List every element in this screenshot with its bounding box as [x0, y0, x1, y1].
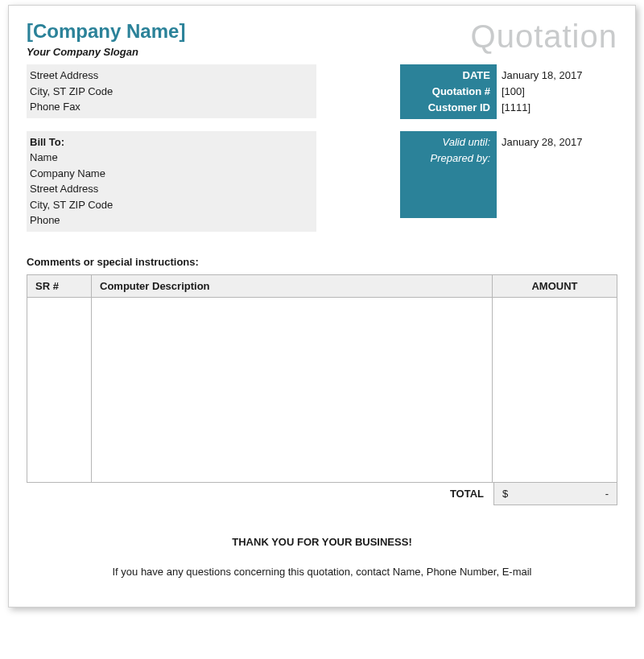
bill-to-line: Company Name — [30, 166, 310, 182]
col-description: Computer Description — [92, 274, 493, 297]
customer-id-value: [1111] — [502, 100, 613, 116]
thank-you: THANK YOU FOR YOUR BUSINESS! — [27, 536, 617, 548]
total-value: $ - — [493, 483, 617, 505]
quotation-number-value: [100] — [502, 84, 613, 100]
date-label: DATE — [407, 68, 490, 84]
addr-line: Street Address — [30, 68, 310, 84]
cell-amount[interactable] — [493, 297, 617, 482]
bill-to-line: Street Address — [30, 181, 310, 197]
comments-heading: Comments or special instructions: — [27, 256, 617, 268]
company-address: Street Address City, ST ZIP Code Phone F… — [27, 64, 316, 118]
addr-line: Phone Fax — [30, 99, 310, 115]
line-items-table: SR # Computer Description AMOUNT — [27, 274, 617, 483]
header: [Company Name] Your Company Slogan Quota… — [27, 20, 617, 64]
total-currency: $ — [502, 488, 508, 500]
customer-id-label: Customer ID — [407, 100, 490, 116]
validity-values: January 28, 2017 — [497, 131, 617, 218]
company-name: [Company Name] — [27, 20, 185, 43]
col-amount: AMOUNT — [493, 274, 617, 297]
total-label: TOTAL — [440, 483, 493, 505]
validity-block: Valid until: Prepared by: January 28, 20… — [400, 131, 617, 218]
quotation-number-label: Quotation # — [407, 84, 490, 100]
valid-until-label: Valid until: — [407, 134, 490, 150]
validity-labels: Valid until: Prepared by: — [400, 131, 497, 218]
table-header-row: SR # Computer Description AMOUNT — [27, 274, 617, 297]
total-amount: - — [605, 488, 609, 500]
total-row: TOTAL $ - — [27, 483, 617, 505]
bill-to-line: Name — [30, 150, 310, 166]
info-row-1: Street Address City, ST ZIP Code Phone F… — [27, 64, 617, 128]
cell-description[interactable] — [92, 297, 493, 482]
date-value: January 18, 2017 — [502, 68, 613, 84]
bill-to-line: Phone — [30, 212, 310, 229]
meta-values: January 18, 2017 [100] [1111] — [497, 64, 617, 119]
bill-to-heading: Bill To: — [30, 134, 310, 150]
footer-note: If you have any questions concerning thi… — [27, 566, 617, 578]
bill-to-line: City, ST ZIP Code — [30, 197, 310, 213]
quotation-sheet: [Company Name] Your Company Slogan Quota… — [8, 5, 636, 608]
valid-until-value: January 28, 2017 — [502, 134, 613, 150]
bill-to-block: Bill To: Name Company Name Street Addres… — [27, 131, 316, 232]
meta-labels: DATE Quotation # Customer ID — [400, 64, 497, 119]
company-slogan: Your Company Slogan — [27, 46, 185, 58]
info-row-2: Bill To: Name Company Name Street Addres… — [27, 131, 617, 241]
col-sr: SR # — [27, 274, 92, 297]
table-row — [27, 297, 617, 482]
document-title: Quotation — [471, 20, 617, 52]
prepared-by-label: Prepared by: — [407, 150, 490, 167]
header-left: [Company Name] Your Company Slogan — [27, 20, 185, 64]
quote-meta: DATE Quotation # Customer ID January 18,… — [400, 64, 617, 119]
cell-sr[interactable] — [27, 297, 92, 482]
addr-line: City, ST ZIP Code — [30, 84, 310, 100]
